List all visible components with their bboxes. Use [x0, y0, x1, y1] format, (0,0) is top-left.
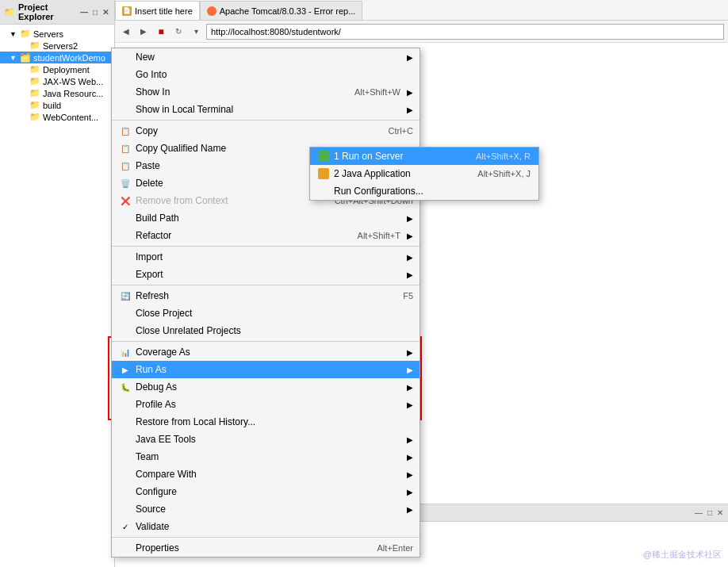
bottom-close-icon[interactable]: ✕	[715, 508, 725, 518]
project-explorer-header: 📁 Project Explorer — □ ✕	[0, 0, 114, 25]
nav-bar: ◀ ▶ ■ ↻ ▾	[115, 21, 728, 43]
tree-label: build	[43, 101, 61, 110]
menu-item-showLocalTerminal[interactable]: Show in Local Terminal▶	[112, 101, 420, 118]
tree-label: studentWorkDemo	[33, 53, 105, 63]
tree-item-jaxws[interactable]: 📁JAX-WS Web...	[0, 75, 114, 87]
project-explorer: 📁 Project Explorer — □ ✕ ▼📁Servers📁Serve…	[0, 0, 115, 567]
submenu-label-runConfigurations: Run Configurations...	[334, 186, 531, 197]
menu-icon-closeUnrelated	[118, 324, 132, 337]
browser-tab-insert-title[interactable]: 📄 Insert title here	[115, 1, 200, 20]
menu-separator	[112, 120, 420, 121]
menu-item-refactor[interactable]: RefactorAlt+Shift+T▶	[112, 227, 420, 244]
maximize-icon[interactable]: □	[91, 7, 99, 17]
dropdown-button[interactable]: ▾	[189, 25, 203, 39]
menu-label-profileAs: Profile As	[136, 399, 400, 410]
browser-tab-tomcat[interactable]: Apache Tomcat/8.0.33 - Error rep...	[200, 1, 363, 20]
menu-item-team[interactable]: Team▶	[112, 448, 420, 465]
tree-item-javaresource[interactable]: 📁Java Resourc...	[0, 87, 114, 99]
menu-arrow-icon-export: ▶	[407, 270, 413, 279]
close-icon[interactable]: ✕	[101, 7, 110, 17]
submenu-item-javaApp[interactable]: 2 Java ApplicationAlt+Shift+X, J	[310, 165, 538, 182]
folder-icon: 📁	[29, 64, 40, 75]
menu-label-compareWith: Compare With	[136, 469, 400, 480]
menu-item-goInto[interactable]: Go Into	[112, 66, 420, 83]
menu-icon-debugAs: 🐛	[118, 381, 132, 393]
project-icon: 🗂️	[20, 52, 31, 63]
menu-label-validate: Validate	[136, 521, 413, 532]
menu-shortcut-showIn: Alt+Shift+W	[354, 87, 400, 97]
menu-label-properties: Properties	[136, 542, 361, 554]
back-button[interactable]: ◀	[119, 25, 133, 39]
menu-arrow-icon-compareWith: ▶	[407, 470, 413, 479]
stop-button[interactable]: ■	[154, 25, 168, 39]
browser-tab-tomcat-label: Apache Tomcat/8.0.33 - Error rep...	[220, 6, 356, 16]
menu-icon-showIn	[118, 86, 132, 98]
menu-item-restoreHistory[interactable]: Restore from Local History...	[112, 413, 420, 431]
page-icon: 📄	[122, 6, 132, 16]
menu-label-copy: Copy	[136, 125, 373, 136]
menu-item-coverageAs[interactable]: 📊Coverage As▶	[112, 343, 420, 361]
menu-icon-refactor	[118, 229, 132, 242]
menu-separator	[112, 537, 420, 538]
menu-item-copy[interactable]: 📋CopyCtrl+C	[112, 122, 420, 140]
refresh-button[interactable]: ↻	[171, 25, 186, 39]
tree-container: ▼📁Servers📁Servers2▼🗂️studentWorkDemo📁Dep…	[0, 25, 114, 567]
submenu-shortcut-runOnServer: Alt+Shift+X, R	[476, 151, 531, 161]
menu-label-buildPath: Build Path	[136, 213, 400, 224]
menu-arrow-icon-refactor: ▶	[407, 232, 413, 240]
menu-item-compareWith[interactable]: Compare With▶	[112, 465, 420, 483]
menu-item-source[interactable]: Source▶	[112, 500, 420, 518]
menu-icon-source	[118, 503, 132, 515]
menu-item-showIn[interactable]: Show InAlt+Shift+W▶	[112, 83, 420, 101]
tree-item-servers2[interactable]: 📁Servers2	[0, 40, 114, 52]
menu-label-team: Team	[136, 451, 400, 462]
tree-item-webcontent[interactable]: 📁WebContent...	[0, 111, 114, 123]
menu-item-javaEETools[interactable]: Java EE Tools▶	[112, 431, 420, 448]
tree-item-studentWorkDemo[interactable]: ▼🗂️studentWorkDemo	[0, 52, 114, 63]
menu-label-new: New	[136, 52, 400, 63]
url-bar[interactable]	[206, 24, 724, 40]
menu-label-import: Import	[136, 251, 400, 262]
menu-item-new[interactable]: New▶	[112, 48, 420, 66]
menu-arrow-icon-buildPath: ▶	[407, 214, 413, 223]
menu-item-export[interactable]: Export▶	[112, 266, 420, 283]
tree-item-build[interactable]: 📁build	[0, 99, 114, 111]
tree-item-deployment[interactable]: 📁Deployment	[0, 63, 114, 75]
menu-item-closeProject[interactable]: Close Project	[112, 305, 420, 322]
menu-item-profileAs[interactable]: Profile As▶	[112, 396, 420, 413]
menu-item-properties[interactable]: PropertiesAlt+Enter	[112, 539, 420, 557]
submenu-item-runConfigurations[interactable]: Run Configurations...	[310, 182, 538, 200]
menu-label-removeFromContext: Remove from Context	[136, 195, 319, 206]
menu-item-import[interactable]: Import▶	[112, 248, 420, 266]
panel-header-icons: — □ ✕	[79, 7, 110, 17]
menu-item-buildPath[interactable]: Build Path▶	[112, 209, 420, 227]
menu-label-refactor: Refactor	[136, 230, 342, 241]
menu-label-javaEETools: Java EE Tools	[136, 434, 400, 445]
menu-icon-goInto	[118, 68, 132, 81]
submenu-item-runOnServer[interactable]: 1 Run on ServerAlt+Shift+X, R	[310, 147, 538, 165]
menu-label-restoreHistory: Restore from Local History...	[136, 416, 413, 427]
folder-icon: 📁	[29, 88, 40, 98]
menu-item-closeUnrelated[interactable]: Close Unrelated Projects	[112, 322, 420, 339]
tree-label: Deployment	[43, 65, 90, 75]
menu-item-validate[interactable]: ✓Validate	[112, 518, 420, 535]
menu-arrow-icon-runAs: ▶	[407, 366, 413, 374]
menu-label-goInto: Go Into	[136, 69, 413, 80]
forward-button[interactable]: ▶	[136, 25, 151, 39]
menu-item-debugAs[interactable]: 🐛Debug As▶	[112, 378, 420, 396]
tree-item-servers[interactable]: ▼📁Servers	[0, 28, 114, 40]
minimize-icon[interactable]: —	[79, 7, 90, 17]
menu-label-source: Source	[136, 504, 400, 515]
menu-item-configure[interactable]: Configure▶	[112, 483, 420, 500]
menu-icon-export	[118, 268, 132, 281]
menu-label-showIn: Show In	[136, 86, 339, 98]
bottom-minimize-icon[interactable]: —	[693, 508, 704, 518]
menu-icon-coverageAs: 📊	[118, 346, 132, 358]
tree-items-container: ▼📁Servers📁Servers2▼🗂️studentWorkDemo📁Dep…	[0, 28, 114, 123]
menu-shortcut-properties: Alt+Enter	[377, 543, 413, 553]
menu-item-refresh[interactable]: 🔄RefreshF5	[112, 287, 420, 305]
menu-item-runAs[interactable]: ▶Run As▶	[112, 361, 420, 378]
menu-arrow-icon-javaEETools: ▶	[407, 435, 413, 444]
bottom-maximize-icon[interactable]: □	[706, 508, 714, 518]
menu-label-closeUnrelated: Close Unrelated Projects	[136, 325, 413, 336]
